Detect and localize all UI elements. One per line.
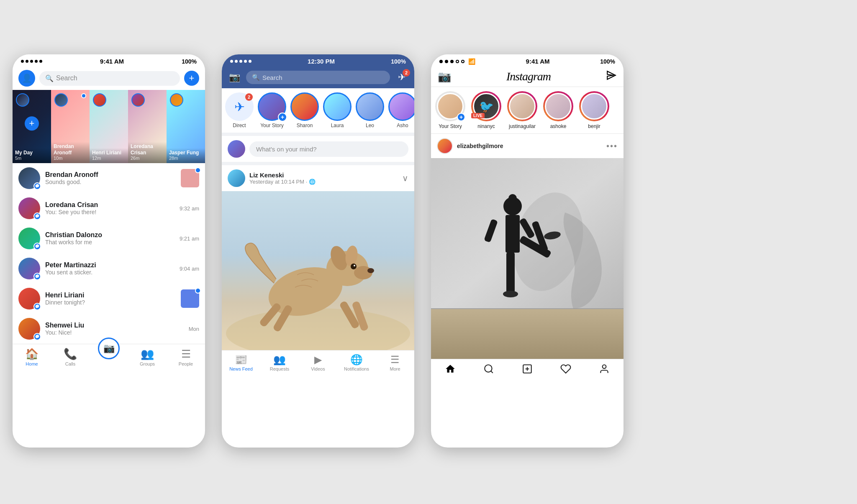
ashoke-label: ashoke — [550, 123, 567, 129]
nav-calls[interactable]: 📞 Calls — [51, 348, 90, 366]
chevron-down-icon[interactable]: ∨ — [402, 173, 408, 183]
svg-point-8 — [351, 264, 357, 269]
fb-laura-story[interactable]: Laura — [323, 92, 352, 128]
instagram-header: 📷 Instagram — [431, 67, 624, 87]
conversation-christian[interactable]: Christian Dalonzo That works for me 9:21… — [13, 223, 205, 253]
direct-badge: 2 — [245, 93, 253, 101]
conversation-henri[interactable]: Henri Liriani Dinner tonight? — [13, 284, 205, 314]
fb-camera-icon[interactable]: 📷 — [227, 70, 242, 85]
fb-nav-videos[interactable]: ▶ Videos — [299, 354, 337, 371]
signal-dots — [230, 60, 251, 63]
new-message-button[interactable]: + — [184, 71, 199, 86]
nav-people[interactable]: ☰ People — [167, 348, 205, 366]
fb-direct-story[interactable]: ✈ 2 Direct — [225, 92, 254, 128]
messenger-time: 9:41 AM — [100, 58, 124, 65]
fb-messenger-button[interactable]: ✈ 2 — [394, 70, 409, 85]
fb-nav-notifications[interactable]: 🌐 Notifications — [337, 354, 376, 371]
search-icon: 🔍 — [252, 74, 260, 81]
ig-nav-likes[interactable] — [547, 363, 585, 377]
ig-camera-icon[interactable]: 📷 — [438, 70, 451, 83]
fb-post-input[interactable]: What's on your mind? — [249, 141, 408, 157]
peter-time: 9:04 am — [180, 266, 199, 272]
add-story-icon: + — [278, 113, 287, 122]
ig-nav-home[interactable] — [431, 363, 470, 377]
messenger-search-bar[interactable]: 🔍 Search — [39, 71, 180, 86]
ig-ninanyc-story[interactable]: 🐦 LIVE ninanyc — [471, 91, 501, 129]
messenger-header: 👤 🔍 Search + — [13, 67, 205, 90]
conversation-peter[interactable]: Peter Martinazzi You sent a sticker. 9:0… — [13, 253, 205, 284]
my-day-story[interactable]: My Day 5m + — [13, 90, 51, 163]
fb-nav-requests[interactable]: 👥 Requests — [260, 354, 299, 371]
justinaguilar-ring — [507, 91, 537, 121]
signal-dot — [230, 60, 233, 63]
ashoke-avatar — [545, 93, 572, 120]
facebook-header: 📷 🔍 Search ✈ 2 — [222, 67, 414, 88]
camera-icon: 📷 — [103, 343, 115, 354]
instagram-bottom-nav — [431, 359, 624, 387]
elizabethgilmore-avatar — [437, 138, 453, 154]
ig-nav-profile[interactable] — [585, 363, 624, 377]
ig-ashoke-story[interactable]: ashoke — [543, 91, 573, 129]
benjir-avatar — [581, 93, 608, 120]
fb-search-bar[interactable]: 🔍 Search — [246, 71, 390, 84]
henri-story[interactable]: Henri Liriani 12m — [90, 90, 128, 163]
shenwei-msg: You: Nice! — [45, 329, 184, 336]
svg-rect-21 — [505, 215, 520, 253]
messenger-badge — [33, 273, 41, 280]
facebook-bottom-nav: 📰 News Feed 👥 Requests ▶ Videos 🌐 Notifi… — [222, 350, 414, 380]
fb-your-story[interactable]: + Your Story — [258, 92, 286, 128]
jasper-story[interactable]: Jasper Fung 28m — [167, 90, 205, 163]
ig-post-options-icon[interactable]: ••• — [606, 141, 618, 151]
peter-name: Peter Martinazzi — [45, 261, 174, 269]
ig-nav-search[interactable] — [470, 363, 508, 377]
messenger-badge — [33, 243, 41, 250]
conversation-loredana[interactable]: Loredana Crisan You: See you there! 9:32… — [13, 193, 205, 223]
brendan-story[interactable]: Brendan Aronoff 10m — [51, 90, 90, 163]
nav-camera[interactable]: 📷 — [90, 348, 128, 366]
search-icon: 🔍 — [45, 74, 54, 82]
henri-story-time: 12m — [92, 156, 126, 161]
shenwei-time: Mon — [189, 326, 199, 332]
fb-sharon-story[interactable]: Sharon — [290, 92, 319, 128]
ig-benjir-story[interactable]: benjir — [579, 91, 609, 129]
loredana-story[interactable]: Loredana Crisan 26m — [128, 90, 167, 163]
unread-dot — [195, 167, 201, 173]
svg-marker-14 — [607, 71, 616, 79]
messenger-status-bar: 9:41 AM 100% — [13, 54, 205, 67]
more-label: More — [390, 366, 400, 371]
instagram-battery: 100% — [600, 58, 615, 65]
messenger-bottom-nav: 🏠 Home 📞 Calls 📷 👥 Groups ☰ People — [13, 344, 205, 375]
newsfeed-label: News Feed — [229, 366, 253, 371]
fb-your-story-label: Your Story — [260, 123, 284, 128]
camera-button[interactable]: 📷 — [98, 338, 120, 359]
signal-dots — [21, 60, 42, 63]
fb-nav-more[interactable]: ☰ More — [376, 354, 414, 371]
messenger-search-placeholder: Search — [56, 74, 77, 82]
home-icon: 🏠 — [25, 348, 38, 361]
ig-your-story[interactable]: + Your Story — [435, 91, 465, 129]
home-label: Home — [26, 361, 38, 366]
signal-dot — [239, 60, 242, 63]
fb-asho-story[interactable]: Asho — [388, 92, 414, 128]
nav-home[interactable]: 🏠 Home — [13, 348, 51, 366]
svg-rect-22 — [506, 252, 515, 294]
svg-line-30 — [491, 371, 493, 373]
ig-send-icon[interactable] — [606, 70, 617, 83]
peter-msg: You sent a sticker. — [45, 269, 174, 276]
fb-leo-story[interactable]: Leo — [356, 92, 384, 128]
brendan-msg: Sounds good. — [45, 179, 176, 185]
signal-dot — [244, 60, 247, 63]
add-story-plus: + — [457, 113, 465, 121]
ig-justinaguilar-story[interactable]: justinaguilar — [507, 91, 537, 129]
nav-groups[interactable]: 👥 Groups — [128, 348, 167, 366]
profile-avatar[interactable]: 👤 — [18, 70, 35, 87]
signal-dot — [21, 60, 24, 63]
fb-post-box: What's on your mind? — [222, 136, 414, 165]
conversation-brendan[interactable]: Brendan Aronoff Sounds good. — [13, 163, 205, 193]
ig-post-username[interactable]: elizabethgilmore — [457, 143, 602, 149]
conversation-list: Brendan Aronoff Sounds good. Loredana Cr… — [13, 163, 205, 344]
fb-nav-newsfeed[interactable]: 📰 News Feed — [222, 354, 260, 371]
signal-dot — [235, 60, 238, 63]
ig-nav-post[interactable] — [508, 363, 547, 377]
my-day-plus-icon: + — [25, 116, 39, 130]
